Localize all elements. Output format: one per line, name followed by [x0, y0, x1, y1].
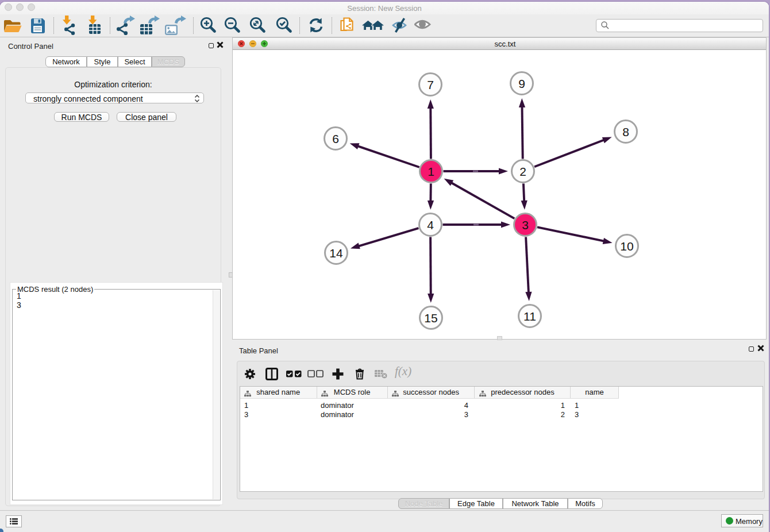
svg-text:3: 3 — [522, 218, 529, 232]
svg-text:7: 7 — [427, 78, 434, 91]
svg-text:10: 10 — [620, 240, 633, 253]
svg-text:14: 14 — [329, 246, 343, 260]
svg-text:8: 8 — [622, 125, 629, 138]
svg-text:6: 6 — [332, 132, 339, 145]
svg-text:15: 15 — [424, 311, 437, 325]
svg-text:2: 2 — [519, 165, 526, 178]
svg-text:11: 11 — [523, 310, 536, 323]
svg-text:9: 9 — [518, 77, 525, 90]
svg-text:4: 4 — [427, 218, 434, 232]
svg-text:1: 1 — [428, 165, 434, 178]
